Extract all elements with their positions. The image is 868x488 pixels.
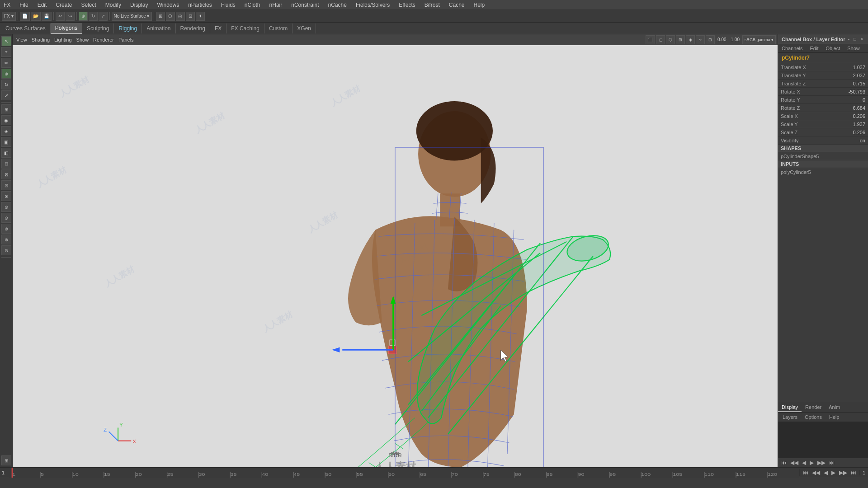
menu-nconstraint[interactable]: nConstraint bbox=[289, 1, 321, 9]
soft-mod[interactable]: ◉ bbox=[1, 115, 11, 125]
cb-tab-channels[interactable]: Channels bbox=[778, 44, 806, 52]
layer-tab-options[interactable]: Options bbox=[802, 413, 825, 421]
display-tab-render[interactable]: Render bbox=[802, 403, 825, 412]
tool9[interactable]: ⊡ bbox=[1, 180, 11, 190]
menu-nhair[interactable]: nHair bbox=[268, 1, 284, 9]
fx-dropdown[interactable]: FX ▾ bbox=[2, 12, 16, 21]
grid-icon[interactable]: ⊞ bbox=[1, 455, 11, 465]
menu-ncache[interactable]: nCache bbox=[326, 1, 349, 9]
redo[interactable]: ↪ bbox=[66, 12, 75, 21]
cb-maximize[interactable]: □ bbox=[852, 36, 858, 42]
tool5[interactable]: ▣ bbox=[1, 137, 11, 147]
vp-btn5[interactable]: ◈ bbox=[686, 35, 695, 44]
menu-cache[interactable]: Cache bbox=[447, 1, 467, 9]
menu-create[interactable]: Create bbox=[54, 1, 74, 9]
vp-btn4[interactable]: ⊞ bbox=[676, 35, 685, 44]
menu-modify[interactable]: Modify bbox=[104, 1, 123, 9]
live-surface-dropdown[interactable]: No Live Surface ▾ bbox=[112, 12, 152, 21]
snap2[interactable]: ⬡ bbox=[166, 12, 175, 21]
show-manipulator[interactable]: ⊞ bbox=[1, 104, 11, 114]
cb-close[interactable]: × bbox=[859, 36, 864, 42]
open-scene[interactable]: 📂 bbox=[31, 12, 41, 21]
tab-polygons[interactable]: Polygons bbox=[51, 23, 82, 34]
sculpt-tool[interactable]: ◈ bbox=[1, 126, 11, 136]
channel-translate-x[interactable]: Translate X 1.037 bbox=[778, 63, 868, 71]
tool7[interactable]: ⊟ bbox=[1, 159, 11, 169]
frame-counter[interactable]: 1 bbox=[859, 470, 868, 475]
arrow-next[interactable]: ▶ bbox=[808, 459, 815, 466]
channel-translate-y[interactable]: Translate Y 2.037 bbox=[778, 71, 868, 80]
play-forward[interactable]: ▶ bbox=[830, 469, 837, 476]
tool14[interactable]: ⊛ bbox=[1, 235, 11, 244]
channel-rotate-y[interactable]: Rotate Y 0 bbox=[778, 96, 868, 104]
channel-rotate-z[interactable]: Rotate Z 6.684 bbox=[778, 104, 868, 112]
cb-minimize[interactable]: - bbox=[847, 36, 851, 42]
menu-select[interactable]: Select bbox=[79, 1, 98, 9]
snap5[interactable]: ✦ bbox=[196, 12, 205, 21]
channel-scale-z[interactable]: Scale Z 0.206 bbox=[778, 128, 868, 136]
vp-lighting[interactable]: Lighting bbox=[52, 36, 74, 43]
channel-translate-z[interactable]: Translate Z 0.715 bbox=[778, 80, 868, 88]
tab-sculpting[interactable]: Sculpting bbox=[82, 23, 114, 33]
vp-view[interactable]: View bbox=[14, 36, 29, 43]
shapes-item[interactable]: pCylinderShape5 bbox=[778, 152, 868, 160]
menu-bifrost[interactable]: Bifrost bbox=[423, 1, 442, 9]
play-first-frame[interactable]: ⏮ bbox=[802, 469, 810, 476]
vp-btn2[interactable]: ◻ bbox=[656, 35, 665, 44]
menu-fields[interactable]: Fields/Solvers bbox=[354, 1, 392, 9]
vp-renderer[interactable]: Renderer bbox=[91, 36, 116, 43]
channel-visibility[interactable]: Visibility on bbox=[778, 136, 868, 145]
tab-fx-caching[interactable]: FX Caching bbox=[226, 23, 264, 33]
menu-edit[interactable]: Edit bbox=[36, 1, 49, 9]
timeline-ruler[interactable]: 1 5 10 15 20 25 30 35 40 45 50 bbox=[9, 468, 799, 478]
arrow-prev-prev[interactable]: ◀◀ bbox=[789, 459, 800, 466]
menu-fx[interactable]: FX bbox=[2, 1, 12, 9]
paint-tool[interactable]: ✏ bbox=[1, 58, 11, 68]
channel-scale-x[interactable]: Scale X 0.206 bbox=[778, 112, 868, 120]
vp-btn1[interactable]: ⬛ bbox=[646, 35, 655, 44]
menu-display[interactable]: Display bbox=[128, 1, 150, 9]
lasso-tool[interactable]: ⌖ bbox=[1, 47, 11, 57]
menu-nparticles[interactable]: nParticles bbox=[186, 1, 214, 9]
tab-rendering[interactable]: Rendering bbox=[176, 23, 210, 33]
select-tool[interactable]: ↖ bbox=[1, 36, 11, 46]
arrow-first[interactable]: ⏮ bbox=[780, 459, 788, 466]
menu-ncloth[interactable]: nCloth bbox=[243, 1, 262, 9]
vp-panels[interactable]: Panels bbox=[117, 36, 136, 43]
tab-custom[interactable]: Custom bbox=[264, 23, 292, 33]
menu-windows[interactable]: Windows bbox=[155, 1, 181, 9]
tab-animation[interactable]: Animation bbox=[142, 23, 175, 33]
viewport[interactable]: View Shading Lighting Show Renderer Pane… bbox=[13, 34, 778, 467]
cb-tab-show[interactable]: Show bbox=[844, 44, 863, 52]
tool10[interactable]: ⊗ bbox=[1, 191, 11, 201]
move-tool[interactable]: ⊕ bbox=[1, 69, 11, 79]
scale-tool[interactable]: ⤢ bbox=[1, 90, 11, 100]
tool6[interactable]: ◧ bbox=[1, 148, 11, 158]
snap4[interactable]: ⊡ bbox=[186, 12, 195, 21]
menu-help[interactable]: Help bbox=[472, 1, 487, 9]
menu-effects[interactable]: Effects bbox=[397, 1, 417, 9]
channel-rotate-x[interactable]: Rotate X -50.793 bbox=[778, 88, 868, 96]
vp-btn6[interactable]: ✧ bbox=[696, 35, 705, 44]
arrow-last[interactable]: ⏭ bbox=[828, 459, 836, 466]
rotate-tool[interactable]: ↻ bbox=[1, 80, 11, 89]
tab-rigging[interactable]: Rigging bbox=[114, 23, 142, 33]
move[interactable]: ⊕ bbox=[79, 12, 88, 21]
save-scene[interactable]: 💾 bbox=[42, 12, 52, 21]
display-tab-display[interactable]: Display bbox=[778, 403, 802, 412]
arrow-next-next[interactable]: ▶▶ bbox=[816, 459, 827, 466]
snap3[interactable]: ◎ bbox=[176, 12, 185, 21]
play-last-frame[interactable]: ⏭ bbox=[849, 469, 858, 476]
play-prev-key[interactable]: ◀◀ bbox=[811, 469, 821, 476]
new-scene[interactable]: 📄 bbox=[20, 12, 30, 21]
tab-xgen[interactable]: XGen bbox=[292, 23, 316, 33]
tab-curves-surfaces[interactable]: Curves Surfaces bbox=[1, 23, 51, 33]
vp-btn3[interactable]: ⬡ bbox=[666, 35, 675, 44]
channel-scale-y[interactable]: Scale Y 1.937 bbox=[778, 120, 868, 128]
vp-show[interactable]: Show bbox=[75, 36, 91, 43]
display-tab-anim[interactable]: Anim bbox=[825, 403, 844, 412]
snap1[interactable]: ⊞ bbox=[156, 12, 165, 21]
rotate[interactable]: ↻ bbox=[89, 12, 98, 21]
menu-file[interactable]: File bbox=[18, 1, 30, 9]
tool11[interactable]: ⊘ bbox=[1, 202, 11, 212]
